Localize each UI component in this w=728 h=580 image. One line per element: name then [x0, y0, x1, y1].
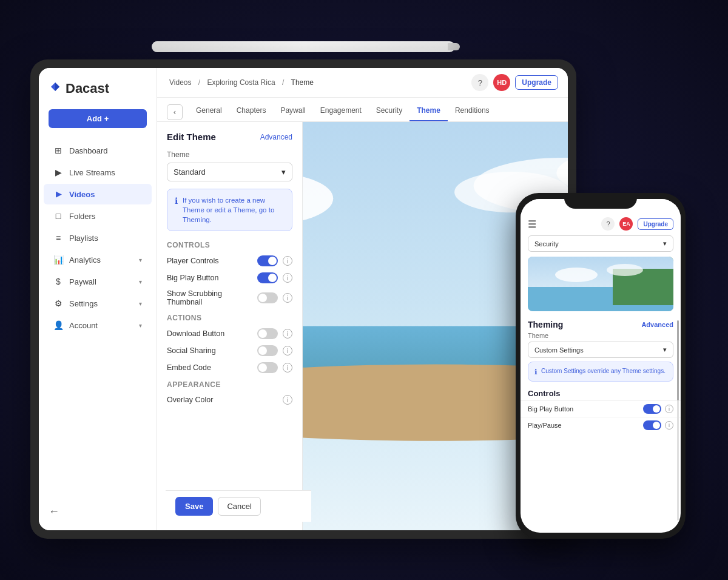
chevron-down-icon: ▾ [663, 240, 667, 248]
scrubbing-thumbnail-toggle[interactable] [257, 292, 278, 303]
iphone-avatar[interactable]: EA [619, 217, 633, 231]
tab-theme[interactable]: Theme [410, 103, 448, 121]
tabs-bar: ‹ General Chapters Paywall Engagement Se… [157, 98, 568, 122]
appearance-section-title: Appearance [167, 380, 292, 389]
tab-back-button[interactable]: ‹ [167, 104, 183, 120]
info-box: ℹ If you wish to create a new Theme or e… [167, 189, 292, 231]
sidebar-item-playlists[interactable]: ≡ Playlists [44, 228, 152, 248]
sidebar-item-label: Videos [69, 190, 95, 199]
topbar: Videos / Exploring Costa Rica / Theme ? … [157, 68, 568, 98]
upgrade-button[interactable]: Upgrade [515, 75, 558, 90]
player-controls-toggle[interactable] [257, 255, 278, 266]
logo-icon [49, 80, 62, 97]
iphone-theme-select[interactable]: Custom Settings ▾ [528, 342, 673, 358]
iphone-device: ☰ ? EA Upgrade Security ▾ [516, 193, 686, 539]
breadcrumb-videos[interactable]: Videos [169, 78, 191, 87]
iphone-scrollbar[interactable] [677, 320, 679, 521]
panel-title: Edit Theme [167, 132, 216, 142]
cancel-button[interactable]: Cancel [218, 497, 260, 516]
iphone-help-button[interactable]: ? [601, 217, 615, 231]
ipad-screen: Dacast Add + ⊞ Dashboard ▶ Live Streams … [39, 68, 568, 530]
tab-paywall[interactable]: Paywall [273, 103, 312, 121]
overlay-color-row: Overlay Color i [167, 395, 292, 405]
big-play-button-toggle[interactable] [257, 272, 278, 283]
toggle-right: i [257, 328, 292, 339]
download-button-toggle[interactable] [257, 328, 278, 339]
toggle-right: i [257, 272, 292, 283]
videos-icon: ▶ [53, 189, 63, 199]
sidebar-item-folders[interactable]: □ Folders [44, 206, 152, 226]
help-button[interactable]: ? [471, 74, 488, 91]
big-play-button-info[interactable]: i [283, 273, 292, 283]
sidebar-item-label: Playlists [69, 234, 98, 243]
folders-icon: □ [53, 211, 63, 221]
panel-header: Edit Theme Advanced [167, 132, 292, 142]
theming-label: Theming [528, 320, 563, 329]
iphone-info-text: Custom Settings override any Theme setti… [541, 367, 666, 376]
save-button[interactable]: Save [175, 497, 213, 516]
social-sharing-info[interactable]: i [283, 346, 292, 356]
iphone-playpause-toggle[interactable] [643, 420, 661, 430]
sidebar-item-dashboard[interactable]: ⊞ Dashboard [44, 140, 152, 161]
breadcrumb-content[interactable]: Exploring Costa Rica [207, 78, 277, 87]
breadcrumb: Videos / Exploring Costa Rica / Theme [167, 78, 316, 87]
toggle-right: i [257, 362, 292, 373]
iphone-scrollbar-thumb [677, 320, 679, 400]
social-sharing-toggle[interactable] [257, 345, 278, 356]
sidebar-item-videos[interactable]: ▶ Videos [44, 184, 152, 204]
embed-code-toggle[interactable] [257, 362, 278, 373]
user-avatar-button[interactable]: HD [493, 74, 510, 91]
embed-code-info[interactable]: i [283, 363, 292, 373]
chevron-down-icon: ▾ [663, 346, 667, 354]
info-icon: ℹ [175, 196, 178, 206]
iphone-security-select[interactable]: Security ▾ [528, 235, 673, 252]
tab-general[interactable]: General [189, 103, 229, 121]
scrubbing-thumbnail-info[interactable]: i [283, 293, 292, 303]
sidebar-item-settings[interactable]: ⚙ Settings ▾ [44, 293, 152, 314]
iphone-playpause-info[interactable]: i [665, 421, 673, 430]
chevron-down-icon: ▾ [139, 278, 142, 285]
download-button-info[interactable]: i [283, 329, 292, 339]
svg-point-19 [607, 264, 643, 276]
download-button-label: Download Button [167, 329, 224, 338]
account-icon: 👤 [53, 320, 63, 330]
tab-renditions[interactable]: Renditions [448, 103, 497, 121]
iphone-upgrade-button[interactable]: Upgrade [638, 218, 673, 230]
iphone-topbar-right: ? EA Upgrade [601, 217, 673, 231]
add-button[interactable]: Add + [49, 109, 147, 128]
tab-chapters[interactable]: Chapters [229, 103, 274, 121]
sidebar-item-paywall[interactable]: $ Paywall ▾ [44, 271, 152, 292]
livestreams-icon: ▶ [53, 167, 63, 177]
ipad-device: Dacast Add + ⊞ Dashboard ▶ Live Streams … [30, 59, 576, 539]
iphone-video-preview [528, 257, 673, 311]
big-play-button-label: Big Play Button [167, 274, 218, 282]
iphone-advanced-link[interactable]: Advanced [641, 321, 673, 328]
embed-code-toggle-row: Embed Code i [167, 362, 292, 373]
iphone-big-play-info[interactable]: i [665, 405, 673, 413]
chevron-down-icon: ▾ [139, 322, 142, 329]
iphone-screen: ☰ ? EA Upgrade Security ▾ [521, 199, 681, 533]
sidebar-item-analytics[interactable]: 📊 Analytics ▾ [44, 249, 152, 270]
scrubbing-thumbnail-label: Show Scrubbing Thumbnail [167, 289, 257, 306]
iphone-big-play-toggle[interactable] [643, 404, 661, 414]
iphone-theme-value: Custom Settings [534, 346, 584, 354]
sidebar-item-label: Account [69, 321, 98, 330]
iphone-controls-title: Controls [521, 385, 681, 400]
embed-code-label: Embed Code [167, 363, 211, 372]
sidebar-item-account[interactable]: 👤 Account ▾ [44, 315, 152, 336]
iphone-theming-title: Theming Advanced [521, 316, 681, 331]
tab-security[interactable]: Security [369, 103, 410, 121]
tab-engagement[interactable]: Engagement [313, 103, 369, 121]
info-icon: ℹ [534, 368, 538, 376]
toggle-right: i [257, 345, 292, 356]
theme-select-value: Standard [174, 167, 206, 177]
advanced-link[interactable]: Advanced [260, 133, 292, 141]
toggle-right: i [257, 292, 292, 303]
iphone-menu-icon[interactable]: ☰ [528, 218, 536, 230]
player-controls-info[interactable]: i [283, 256, 292, 266]
sidebar-item-livestreams[interactable]: ▶ Live Streams [44, 162, 152, 183]
theme-select[interactable]: Standard ▾ [167, 163, 292, 181]
sidebar-item-label: Live Streams [69, 168, 115, 177]
back-arrow-icon[interactable]: ← [49, 505, 59, 518]
overlay-color-info[interactable]: i [283, 395, 292, 405]
